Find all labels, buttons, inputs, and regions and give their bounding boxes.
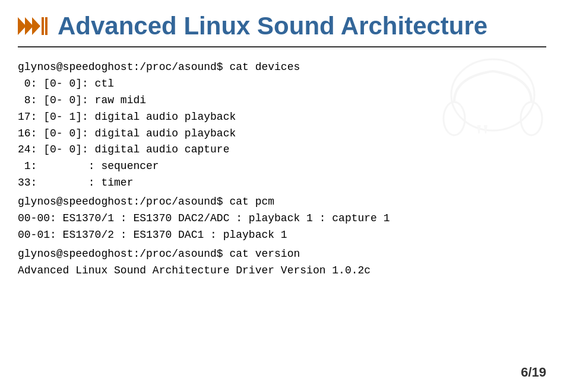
terminal-line: glynos@speedoghost:/proc/asound$ cat ver… <box>18 246 422 263</box>
svg-rect-3 <box>42 17 44 35</box>
arrow-icon <box>18 15 49 37</box>
terminal-block-devices: glynos@speedoghost:/proc/asound$ cat dev… <box>18 59 422 192</box>
terminal-line: 17: [0- 1]: digital audio playback <box>18 109 422 126</box>
terminal-line: glynos@speedoghost:/proc/asound$ cat dev… <box>18 59 422 76</box>
terminal-block-version: glynos@speedoghost:/proc/asound$ cat ver… <box>18 246 422 279</box>
terminal-line: 00-00: ES1370/1 : ES1370 DAC2/ADC : play… <box>18 211 422 227</box>
svg-rect-4 <box>45 17 48 35</box>
decorative-image: " <box>433 47 552 178</box>
page-number: 6/19 <box>521 365 546 380</box>
svg-marker-1 <box>25 17 33 35</box>
terminal-line: 24: [0- 0]: digital audio capture <box>18 142 422 158</box>
terminal-line: 00-01: ES1370/2 : ES1370 DAC1 : playback… <box>18 227 422 244</box>
terminal-line: 0: [0- 0]: ctl <box>18 76 422 93</box>
page-title: Advanced Linux Sound Architecture <box>58 12 487 40</box>
title-area: Advanced Linux Sound Architecture <box>18 12 546 47</box>
svg-marker-0 <box>18 17 26 35</box>
terminal-line: Advanced Linux Sound Architecture Driver… <box>18 263 422 279</box>
svg-text:": " <box>475 117 490 156</box>
terminal-line: 1: : sequencer <box>18 158 422 175</box>
terminal-line: 33: : timer <box>18 175 422 192</box>
terminal-line: glynos@speedoghost:/proc/asound$ cat pcm <box>18 194 422 211</box>
text-content: glynos@speedoghost:/proc/asound$ cat dev… <box>18 59 422 279</box>
page-container: Advanced Linux Sound Architecture " glyn… <box>0 0 570 392</box>
terminal-line: 8: [0- 0]: raw midi <box>18 93 422 109</box>
svg-marker-2 <box>32 17 40 35</box>
terminal-line: 16: [0- 0]: digital audio playback <box>18 126 422 142</box>
terminal-block-pcm: glynos@speedoghost:/proc/asound$ cat pcm… <box>18 194 422 244</box>
